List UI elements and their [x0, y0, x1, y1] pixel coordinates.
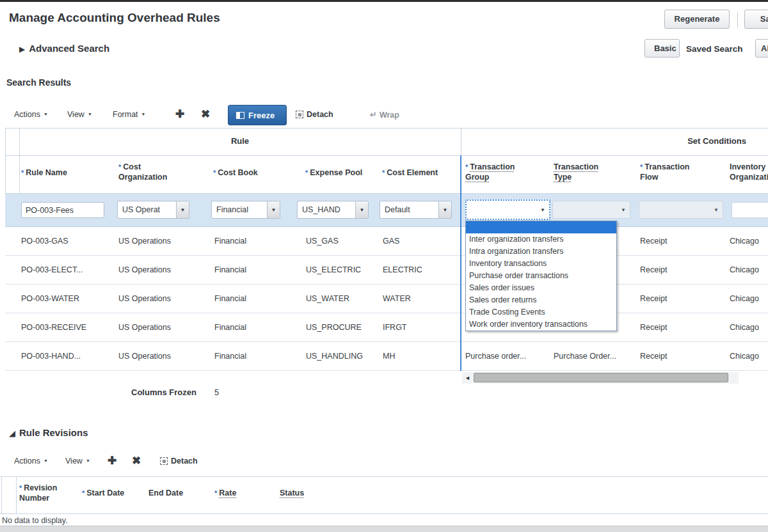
- table-row[interactable]: PO-003-RECEIVE US Operations Financial U…: [5, 313, 768, 342]
- transaction-flow-select[interactable]: ▼: [639, 201, 723, 219]
- inventory-organization-input[interactable]: [732, 202, 768, 218]
- cell-cost-element: MH: [383, 352, 395, 361]
- col-transaction-type[interactable]: Transaction Type: [554, 162, 618, 182]
- detach-icon: [160, 457, 168, 465]
- col-expense-pool: *Expense Pool: [305, 168, 388, 178]
- revisions-view-menu[interactable]: View▼: [65, 457, 90, 465]
- regenerate-button[interactable]: Regenerate: [664, 10, 730, 29]
- revisions-actions-menu[interactable]: Actions▼: [14, 457, 48, 465]
- scrollbar-thumb[interactable]: [474, 373, 728, 382]
- row-selector-cell[interactable]: [5, 256, 19, 285]
- expense-pool-select[interactable]: US_HAND ▼: [297, 201, 369, 219]
- cell-cost-organization: US Operations: [118, 352, 171, 361]
- delete-row-icon[interactable]: ✖: [201, 107, 210, 121]
- dropdown-option[interactable]: Purchase order transactions: [466, 270, 616, 282]
- cost-organization-select[interactable]: US Operat ▼: [117, 201, 189, 219]
- horizontal-scrollbar[interactable]: ◄: [462, 372, 739, 384]
- dropdown-option[interactable]: Sales order issues: [466, 282, 616, 294]
- view-menu[interactable]: View▼: [67, 110, 92, 119]
- chevron-down-icon: ▼: [141, 112, 146, 116]
- row-selector-cell[interactable]: [5, 342, 19, 371]
- format-menu[interactable]: Format▼: [113, 110, 146, 119]
- revisions-delete-row-icon[interactable]: ✖: [132, 454, 141, 467]
- group-header-set-conditions: Set Conditions: [653, 136, 768, 146]
- revisions-border-top: [0, 476, 768, 477]
- table-row[interactable]: PO-003-GAS US Operations Financial US_GA…: [5, 227, 768, 256]
- manage-accounting-overhead-rules-page: { "colors": { "freeze_active_bg": "#2a65…: [0, 0, 768, 532]
- edit-row[interactable]: US Operat ▼ Financial ▼ US_HAND ▼ Defaul…: [5, 194, 768, 227]
- detach-button[interactable]: Detach: [296, 110, 333, 119]
- revisions-header-divider: [0, 513, 768, 514]
- wrap-icon: ↵: [370, 110, 377, 120]
- transaction-group-select[interactable]: ▼: [465, 199, 550, 220]
- col-inventory-organization: Inventory Organization: [730, 162, 768, 182]
- row-selector-cell[interactable]: [5, 227, 19, 256]
- freeze-button[interactable]: Freeze: [228, 105, 287, 125]
- table-row[interactable]: PO-003-WATER US Operations Financial US_…: [5, 285, 768, 313]
- col-transaction-group[interactable]: *Transaction Group: [465, 162, 534, 182]
- required-icon: *: [465, 163, 468, 171]
- dropdown-option[interactable]: Sales order returns: [466, 294, 616, 306]
- cell-expense-pool: US_HANDLING: [306, 352, 363, 361]
- bottom-bar: [0, 526, 768, 532]
- dropdown-option[interactable]: Inventory transactions: [466, 258, 616, 270]
- add-row-icon[interactable]: ✚: [175, 107, 184, 121]
- dropdown-option[interactable]: Inter organization transfers: [466, 233, 616, 246]
- wrap-button[interactable]: ↵Wrap: [370, 110, 399, 120]
- button-separator: [737, 12, 738, 27]
- saved-search-select[interactable]: Al: [755, 39, 768, 58]
- chevron-down-icon: ▼: [617, 201, 630, 218]
- revisions-add-row-icon[interactable]: ✚: [108, 454, 116, 467]
- required-icon: *: [214, 489, 217, 497]
- cell-inventory-organization: Chicago: [730, 323, 759, 332]
- dropdown-option-blank[interactable]: [466, 221, 616, 233]
- col-transaction-flow-label: Transaction Flow: [640, 162, 689, 182]
- cell-rule-name: PO-003-ELECT...: [21, 265, 83, 274]
- row-selector-cell[interactable]: [5, 285, 19, 313]
- cost-element-value: Default: [385, 205, 437, 214]
- dropdown-option[interactable]: Trade Costing Events: [466, 306, 616, 318]
- cell-inventory-organization: Chicago: [730, 237, 759, 246]
- transaction-type-select[interactable]: ▼: [552, 201, 630, 219]
- row-selector-cell[interactable]: [5, 313, 19, 342]
- row-selector-cell[interactable]: [5, 194, 19, 227]
- advanced-search-toggle[interactable]: ▶Advanced Search: [19, 43, 109, 54]
- disclosure-collapsed-icon: ▶: [19, 45, 25, 54]
- save-button[interactable]: Save: [744, 10, 768, 29]
- freeze-label: Freeze: [248, 111, 275, 120]
- required-icon: *: [118, 163, 121, 171]
- cost-element-select[interactable]: Default ▼: [380, 201, 452, 219]
- freeze-icon: [236, 112, 244, 119]
- col-rate-label: Rate: [219, 489, 236, 497]
- col-rate[interactable]: *Rate: [214, 488, 266, 498]
- cell-cost-organization: US Operations: [118, 294, 171, 303]
- basic-button[interactable]: Basic: [644, 39, 680, 58]
- cell-expense-pool: US_ELECTRIC: [306, 265, 361, 274]
- col-end-date-label: End Date: [148, 489, 183, 497]
- group-header-divider: [5, 155, 768, 156]
- revisions-detach-button[interactable]: Detach: [160, 457, 198, 465]
- col-cost-organization: *Cost Organization: [118, 162, 179, 182]
- cell-cost-element: GAS: [383, 237, 399, 246]
- cell-cost-book: Financial: [214, 237, 246, 246]
- col-start-date: *Start Date: [82, 488, 152, 498]
- scroll-left-icon[interactable]: ◄: [465, 375, 470, 381]
- col-revision-number-label: Revision Number: [19, 483, 57, 503]
- rule-name-input[interactable]: [21, 202, 104, 218]
- dropdown-option[interactable]: Work order inventory transactions: [466, 318, 616, 331]
- transaction-group-dropdown: Inter organization transfers Intra organ…: [465, 221, 617, 331]
- col-cost-element: *Cost Element: [382, 168, 465, 178]
- table-row[interactable]: PO-003-HAND... US Operations Financial U…: [5, 342, 768, 371]
- cost-book-select[interactable]: Financial ▼: [211, 201, 280, 219]
- columns-frozen-value: 5: [214, 387, 219, 397]
- chevron-down-icon: ▼: [536, 201, 549, 219]
- freeze-divider: [460, 155, 461, 371]
- dropdown-option[interactable]: Intra organization transfers: [466, 246, 616, 258]
- cell-cost-element: WATER: [383, 294, 411, 303]
- table-row[interactable]: PO-003-ELECT... US Operations Financial …: [5, 256, 768, 285]
- page-title: Manage Accounting Overhead Rules: [9, 11, 220, 25]
- chevron-down-icon: ▼: [44, 112, 48, 116]
- actions-menu[interactable]: Actions▼: [14, 110, 48, 119]
- col-status[interactable]: Status: [280, 488, 331, 498]
- rule-revisions-toggle[interactable]: ◢Rule Revisions: [9, 427, 88, 439]
